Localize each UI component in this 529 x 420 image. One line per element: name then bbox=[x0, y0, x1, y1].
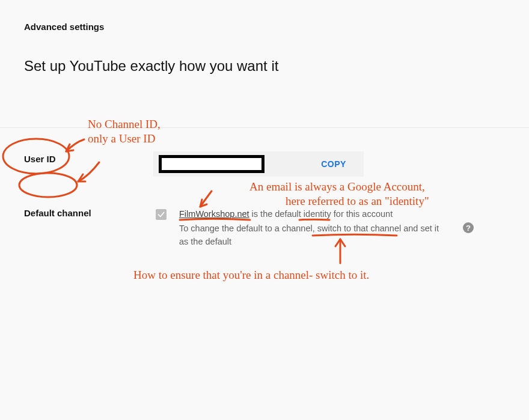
default-channel-label: Default channel bbox=[24, 208, 91, 218]
svg-point-1 bbox=[19, 173, 77, 197]
default-channel-desc-line2: To change the default to a channel, swit… bbox=[179, 222, 447, 249]
help-icon[interactable]: ? bbox=[463, 222, 474, 233]
default-channel-desc-line1: FilmWorkshop.net is the default identity… bbox=[179, 209, 393, 219]
annotation-no-channel-id: No Channel ID, only a User ID bbox=[88, 117, 161, 146]
breadcrumb: Advanced settings bbox=[24, 22, 104, 32]
user-id-redacted bbox=[159, 155, 264, 173]
page-title: Set up YouTube exactly how you want it bbox=[24, 58, 278, 75]
section-divider bbox=[0, 127, 529, 128]
check-icon bbox=[157, 210, 165, 219]
brand-link[interactable]: FilmWorkshop.net bbox=[179, 209, 249, 219]
page: Advanced settings Set up YouTube exactly… bbox=[0, 0, 529, 420]
desc-line1-rest: is the default identity for this account bbox=[249, 209, 393, 219]
annotation-identity: An email is always a Google Account, her… bbox=[249, 180, 429, 208]
annotation-switch: How to ensure that you're in a channel- … bbox=[133, 268, 369, 282]
default-channel-checkbox[interactable] bbox=[156, 209, 167, 220]
copy-button[interactable]: COPY bbox=[304, 151, 364, 177]
user-id-label: User ID bbox=[24, 154, 56, 164]
